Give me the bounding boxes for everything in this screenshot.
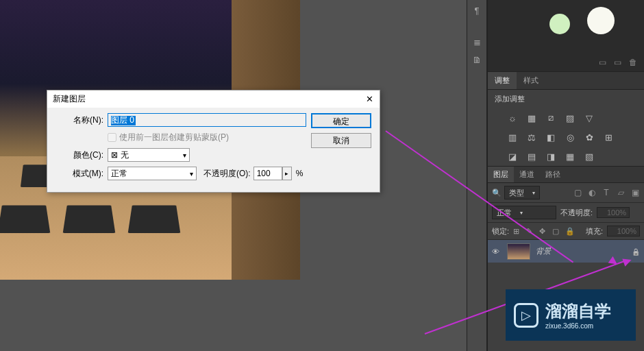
vibrance-icon[interactable]: ▽ (582, 112, 596, 123)
opacity-label: 不透明度: (560, 208, 593, 218)
layer-opacity-input[interactable]: 100% (597, 207, 630, 218)
play-icon (514, 303, 538, 328)
exposure-icon[interactable]: ▨ (563, 112, 577, 123)
paragraph-icon[interactable]: ¶ (467, 1, 486, 19)
clip-mask-checkbox (108, 133, 116, 142)
opacity-label: 不透明度(O): (203, 168, 251, 180)
cancel-button[interactable]: 取消 (311, 133, 371, 148)
tab-channels[interactable]: 通道 (514, 167, 540, 182)
lock-all-icon[interactable]: 🔒 (565, 227, 574, 236)
chevron-down-icon (183, 150, 186, 160)
layer-name: 背景 (536, 246, 626, 256)
filter-pixel-icon[interactable]: ▢ (573, 188, 582, 197)
lock-artboard-icon[interactable]: ▢ (552, 227, 561, 236)
layer-background[interactable]: 背景 (488, 240, 644, 263)
gradient-icon[interactable]: ▦ (563, 151, 577, 162)
percent-sign: % (296, 169, 304, 178)
chevron-down-icon (190, 169, 193, 178)
new-layer-dialog: 新建图层 名称(N): 使用前一图层创建剪贴蒙版(P) 颜色(C): ⊠ 无 (47, 90, 380, 193)
trash-icon[interactable]: 🗑 (629, 58, 639, 67)
ok-button[interactable]: 确定 (311, 113, 371, 128)
layer-thumbnail[interactable] (507, 243, 530, 260)
mixer-icon[interactable]: ✿ (582, 132, 596, 143)
lut-icon[interactable]: ⊞ (602, 132, 615, 143)
brightness-icon[interactable]: ☼ (506, 112, 519, 123)
threshold-icon[interactable]: ◨ (544, 151, 558, 162)
watermark: 溜溜自学 zixue.3d66.com (506, 289, 636, 341)
lock-icon (632, 247, 640, 256)
mode-label: 模式(M): (55, 168, 103, 180)
list-icon[interactable]: ≣ (467, 33, 486, 51)
hue-icon[interactable]: ▥ (506, 132, 519, 143)
tab-styles[interactable]: 样式 (517, 72, 545, 89)
photo-filter-icon[interactable]: ◎ (563, 132, 577, 143)
tab-layers[interactable]: 图层 (488, 167, 514, 182)
curves-icon[interactable]: ⧄ (544, 112, 558, 123)
visibility-icon[interactable] (492, 247, 501, 256)
blend-mode-select[interactable]: 正常 (492, 206, 556, 219)
tab-adjustments[interactable]: 调整 (488, 72, 517, 89)
navigator-preview[interactable]: ▭ ▭ 🗑 (488, 0, 644, 72)
balance-icon[interactable]: ⚖ (525, 132, 538, 143)
doc-icon[interactable]: ▭ (599, 58, 608, 67)
levels-icon[interactable]: ▦ (525, 112, 538, 123)
document-icon[interactable]: 🗎 (467, 51, 486, 69)
opacity-spinner[interactable] (282, 167, 292, 180)
tab-paths[interactable]: 路径 (540, 167, 566, 182)
watermark-url: zixue.3d66.com (545, 322, 611, 330)
filter-adjust-icon[interactable]: ◐ (587, 188, 597, 197)
color-select[interactable]: ⊠ 无 (108, 148, 190, 162)
watermark-brand: 溜溜自学 (545, 300, 611, 322)
lock-pos-icon[interactable]: ✥ (539, 227, 548, 236)
bw-icon[interactable]: ◧ (544, 132, 558, 143)
collapsed-panel-strip: ¶ ≣ 🗎 (467, 0, 487, 351)
opacity-input[interactable]: 100 (253, 167, 282, 180)
filter-type-select[interactable]: 类型 (504, 186, 540, 199)
filter-type-icon[interactable]: T (602, 188, 611, 197)
lock-trans-icon[interactable]: ⊞ (513, 227, 522, 236)
lock-label: 锁定: (492, 226, 509, 237)
doc2-icon[interactable]: ▭ (614, 58, 623, 67)
invert-icon[interactable]: ◪ (506, 151, 519, 162)
fill-label: 填充: (586, 226, 603, 237)
clip-mask-label: 使用前一图层创建剪贴蒙版(P) (119, 132, 229, 143)
posterize-icon[interactable]: ▤ (525, 151, 538, 162)
name-input[interactable] (108, 113, 306, 127)
selective-icon[interactable]: ▧ (582, 151, 596, 162)
fill-input[interactable]: 100% (607, 226, 640, 237)
add-adjustment-label: 添加调整 (488, 90, 644, 108)
color-label: 颜色(C): (55, 149, 103, 161)
lock-image-icon[interactable]: ✎ (526, 227, 535, 236)
filter-shape-icon[interactable]: ▱ (616, 188, 626, 197)
dialog-title: 新建图层 (53, 93, 86, 105)
mode-select[interactable]: 正常 (108, 167, 197, 180)
close-icon[interactable] (364, 95, 374, 104)
filter-smart-icon[interactable]: ▣ (630, 188, 640, 197)
name-label: 名称(N): (55, 114, 103, 126)
